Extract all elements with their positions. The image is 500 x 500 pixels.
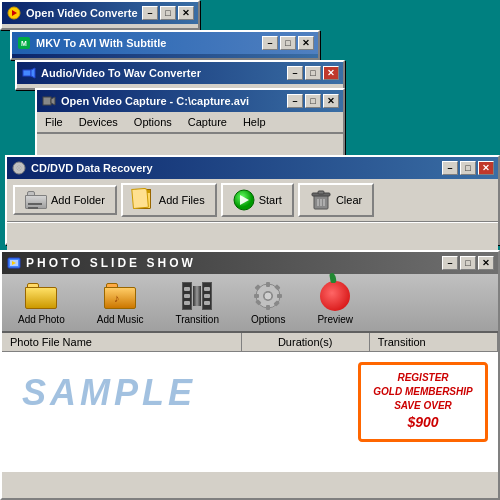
win1-icon <box>6 5 22 21</box>
add-files-icon <box>133 189 155 211</box>
svg-rect-15 <box>318 191 324 194</box>
win5-maximize[interactable]: □ <box>460 161 476 175</box>
svg-point-10 <box>18 167 20 169</box>
win5-toolbar: Add Folder Add Files <box>7 179 498 222</box>
sample-watermark: SAMPLE <box>22 372 196 414</box>
win3-minimize[interactable]: – <box>287 66 303 80</box>
start-button[interactable]: Start <box>221 183 294 217</box>
register-line2: GOLD MEMBERSHIP <box>367 385 479 399</box>
win1-title: Open Video Converter <box>26 7 138 19</box>
clear-icon <box>310 189 332 211</box>
add-music-button[interactable]: ♪ Add Music <box>91 278 150 327</box>
win5-title: CD/DVD Data Recovery <box>31 162 438 174</box>
add-photo-button[interactable]: Add Photo <box>12 278 71 327</box>
win6-icon <box>6 255 22 271</box>
transition-label: Transition <box>175 314 219 325</box>
table-body: SAMPLE REGISTER GOLD MEMBERSHIP SAVE OVE… <box>2 352 498 472</box>
win3-title: Audio/Video To Wav Converter <box>41 67 283 79</box>
win1-controls: – □ ✕ <box>142 6 194 20</box>
add-photo-icon <box>25 280 57 312</box>
svg-marker-7 <box>51 97 55 105</box>
window-photo-slideshow: PHOTO SLIDE SHOW – □ ✕ Add Photo <box>0 250 500 500</box>
transition-button[interactable]: Transition <box>169 278 225 327</box>
register-line3: SAVE OVER <box>367 399 479 413</box>
menu-help[interactable]: Help <box>239 114 270 130</box>
win6-minimize[interactable]: – <box>442 256 458 270</box>
add-photo-label: Add Photo <box>18 314 65 325</box>
photo-table: Photo File Name Duration(s) Transition S… <box>2 333 498 472</box>
svg-rect-25 <box>266 282 270 287</box>
svg-rect-27 <box>254 294 259 298</box>
svg-rect-28 <box>277 294 282 298</box>
add-files-label: Add Files <box>159 194 205 206</box>
win4-title: Open Video Capture - C:\capture.avi <box>61 95 283 107</box>
svg-rect-6 <box>43 97 51 105</box>
menu-devices[interactable]: Devices <box>75 114 122 130</box>
svg-point-33 <box>264 292 272 300</box>
svg-rect-26 <box>266 305 270 310</box>
title-bar-win2[interactable]: M MKV To AVI With Subtitle – □ ✕ <box>12 32 318 54</box>
svg-text:M: M <box>21 40 27 47</box>
title-bar-win5[interactable]: CD/DVD Data Recovery – □ ✕ <box>7 157 498 179</box>
preview-icon-area <box>319 280 351 312</box>
col-transition: Transition <box>370 333 498 351</box>
preview-button[interactable]: Preview <box>311 278 359 327</box>
options-button[interactable]: Options <box>245 278 291 327</box>
title-bar-win1[interactable]: Open Video Converter – □ ✕ <box>2 2 198 24</box>
win5-minimize[interactable]: – <box>442 161 458 175</box>
win6-close[interactable]: ✕ <box>478 256 494 270</box>
title-bar-win4[interactable]: Open Video Capture - C:\capture.avi – □ … <box>37 90 343 112</box>
add-files-button[interactable]: Add Files <box>121 183 217 217</box>
menu-file[interactable]: File <box>41 114 67 130</box>
clear-label: Clear <box>336 194 362 206</box>
clear-button[interactable]: Clear <box>298 183 374 217</box>
start-icon <box>233 189 255 211</box>
win2-controls: – □ ✕ <box>262 36 314 50</box>
win1-close[interactable]: ✕ <box>178 6 194 20</box>
win3-maximize[interactable]: □ <box>305 66 321 80</box>
menu-options[interactable]: Options <box>130 114 176 130</box>
win5-icon <box>11 160 27 176</box>
win4-close[interactable]: ✕ <box>323 94 339 108</box>
add-music-label: Add Music <box>97 314 144 325</box>
svg-rect-4 <box>23 70 31 76</box>
svg-text:♪: ♪ <box>114 292 120 304</box>
win6-title: PHOTO SLIDE SHOW <box>26 256 438 270</box>
win6-maximize[interactable]: □ <box>460 256 476 270</box>
window-cd-recovery: CD/DVD Data Recovery – □ ✕ Add Folder <box>5 155 500 245</box>
win4-minimize[interactable]: – <box>287 94 303 108</box>
window-mkv-avi: M MKV To AVI With Subtitle – □ ✕ <box>10 30 320 60</box>
win5-close[interactable]: ✕ <box>478 161 494 175</box>
photo-toolbar: Add Photo ♪ Add Music <box>2 274 498 333</box>
win4-controls: – □ ✕ <box>287 94 339 108</box>
title-bar-win6[interactable]: PHOTO SLIDE SHOW – □ ✕ <box>2 252 498 274</box>
win2-close[interactable]: ✕ <box>298 36 314 50</box>
win1-minimize[interactable]: – <box>142 6 158 20</box>
win3-controls: – □ ✕ <box>287 66 339 80</box>
win3-icon <box>21 65 37 81</box>
window-audio-wav: Audio/Video To Wav Converter – □ ✕ <box>15 60 345 90</box>
win2-minimize[interactable]: – <box>262 36 278 50</box>
add-folder-label: Add Folder <box>51 194 105 206</box>
add-folder-button[interactable]: Add Folder <box>13 185 117 215</box>
register-line4: $900 <box>367 413 479 433</box>
win4-maximize[interactable]: □ <box>305 94 321 108</box>
menu-capture[interactable]: Capture <box>184 114 231 130</box>
win2-icon: M <box>16 35 32 51</box>
win6-controls: – □ ✕ <box>442 256 494 270</box>
options-icon <box>252 280 284 312</box>
register-box: REGISTER GOLD MEMBERSHIP SAVE OVER $900 <box>358 362 488 442</box>
win2-maximize[interactable]: □ <box>280 36 296 50</box>
options-label: Options <box>251 314 285 325</box>
add-folder-icon <box>25 191 47 209</box>
col-duration: Duration(s) <box>242 333 370 351</box>
start-label: Start <box>259 194 282 206</box>
win2-title: MKV To AVI With Subtitle <box>36 37 258 49</box>
table-header: Photo File Name Duration(s) Transition <box>2 333 498 352</box>
title-bar-win3[interactable]: Audio/Video To Wav Converter – □ ✕ <box>17 62 343 84</box>
col-photo-name: Photo File Name <box>2 333 242 351</box>
win3-close[interactable]: ✕ <box>323 66 339 80</box>
add-music-icon: ♪ <box>104 280 136 312</box>
win1-maximize[interactable]: □ <box>160 6 176 20</box>
transition-icon-area <box>181 280 213 312</box>
